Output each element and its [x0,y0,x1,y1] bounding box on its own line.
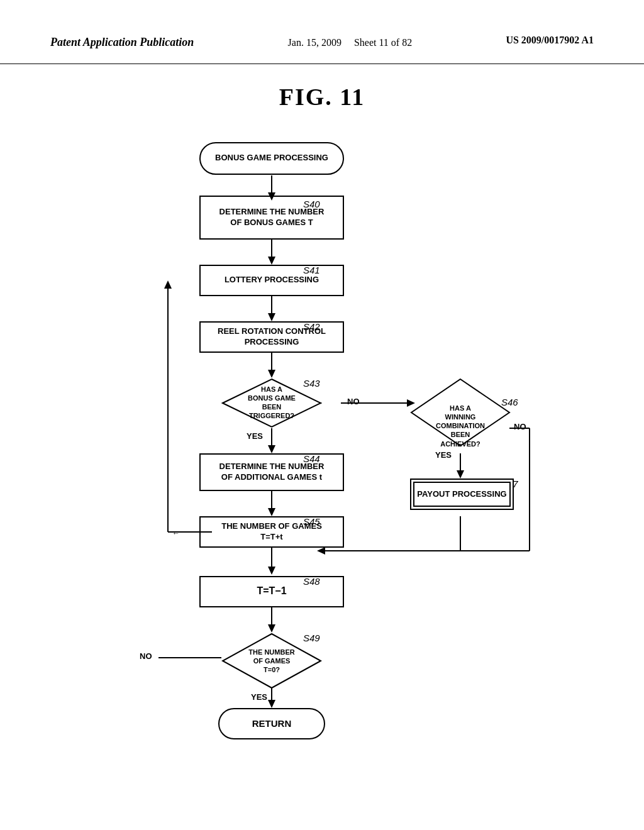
sheet-info: Jan. 15, 2009 Sheet 11 of 82 [288,35,413,51]
svg-marker-34 [411,379,509,446]
date-label: Jan. 15, 2009 [288,37,341,48]
s49-yes-label: YES [251,692,267,702]
s42-text: REEL ROTATION CONTROLPROCESSING [218,326,326,348]
s46-diamond: HAS A WINNINGCOMBINATION BEENACHIEVED? [410,378,511,479]
svg-marker-15 [268,508,275,516]
s48-text: T=T−1 [257,585,286,598]
s46-yes-label: YES [435,450,452,460]
s44-text: DETERMINE THE NUMBEROF ADDITIONAL GAMES … [219,462,325,483]
svg-marker-3 [268,257,275,265]
s45-left-arrow-label: ← [172,529,180,538]
s41-text: LOTTERY PROCESSING [225,275,319,285]
svg-marker-11 [268,445,275,453]
s46-no-label: NO [514,422,526,431]
flowchart-diagram: BONUS GAME PROCESSING S40 DETERMINE THE … [102,136,542,827]
s49-no-arrow [102,651,228,664]
s45-text: THE NUMBER OF GAMEST=T+t [221,521,322,543]
svg-marker-33 [223,379,321,427]
s48-node: T=T−1 [199,576,344,607]
sheet-label: Sheet 11 of 82 [354,37,412,48]
figure-title: FIG. 11 [0,83,644,111]
s40-node: DETERMINE THE NUMBEROF BONUS GAMES T [199,196,344,240]
patent-number: US 2009/0017902 A1 [506,35,594,46]
s43-diamond: HAS ABONUS GAME BEENTRIGGERED? [221,378,322,428]
s44-node: DETERMINE THE NUMBEROF ADDITIONAL GAMES … [199,453,344,491]
svg-marker-29 [268,624,275,633]
s43-yes-label: YES [247,431,263,441]
s41-node: LOTTERY PROCESSING [199,265,344,296]
publication-title: Patent Application Publication [50,35,194,50]
svg-marker-35 [223,634,321,688]
s43-no-label: NO [347,397,360,406]
page: Patent Application Publication Jan. 15, … [0,0,644,830]
s40-text: DETERMINE THE NUMBEROF BONUS GAMES T [219,207,325,228]
svg-marker-7 [268,313,275,321]
s42-node: REEL ROTATION CONTROLPROCESSING [199,321,344,353]
start-node: BONUS GAME PROCESSING [199,142,344,175]
svg-marker-31 [268,700,275,708]
s47-node: PAYOUT PROCESSING [410,479,514,510]
svg-marker-9 [268,370,275,378]
s45-node: THE NUMBER OF GAMEST=T+t [199,516,344,548]
svg-marker-27 [268,567,275,575]
s49-diamond: THE NUMBER OF GAMEST=0? [221,633,322,689]
end-node: RETURN [218,708,325,739]
page-header: Patent Application Publication Jan. 15, … [0,0,644,64]
